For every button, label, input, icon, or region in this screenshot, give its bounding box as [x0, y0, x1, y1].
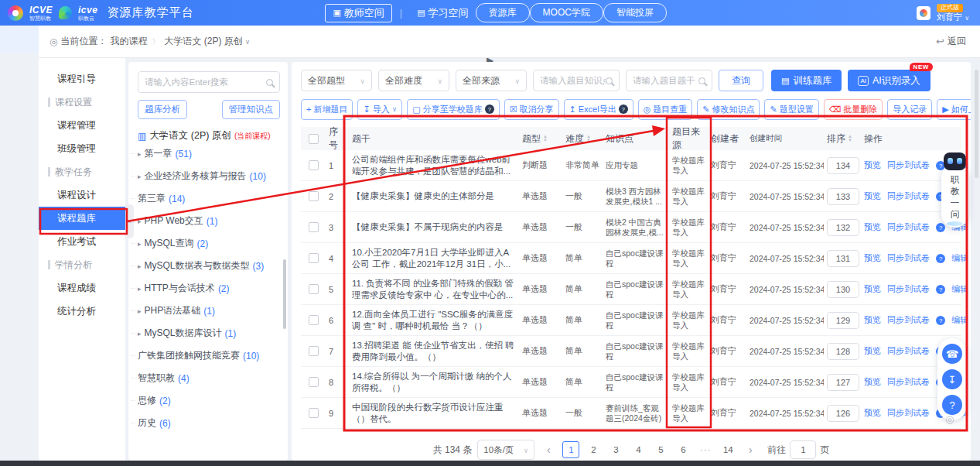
- toolbar-button[interactable]: ☒ 取消分享: [504, 99, 559, 120]
- row-checkbox[interactable]: [309, 408, 319, 418]
- tree-node[interactable]: 企业经济业务核算与报告 (10): [138, 165, 280, 187]
- preview-link[interactable]: 预览: [864, 191, 881, 200]
- header-pill-button[interactable]: 智能投屏: [603, 3, 667, 22]
- preview-link[interactable]: 预览: [864, 315, 881, 324]
- prev-page-button[interactable]: [540, 441, 557, 458]
- filter-select[interactable]: 全部来源: [456, 70, 527, 91]
- goto-page-input[interactable]: 1: [790, 440, 816, 459]
- sidebar-item-course-question-bank[interactable]: 课程题库: [39, 207, 125, 230]
- help-icon[interactable]: [619, 105, 628, 114]
- toolbar-button[interactable]: ✎ 修改知识点: [697, 99, 760, 120]
- sync-to-paper-link[interactable]: 同步到试卷: [887, 284, 930, 293]
- edit-link[interactable]: 编辑: [951, 253, 968, 262]
- page-number-button[interactable]: 4: [630, 441, 647, 458]
- sidebar-item-class-management[interactable]: 班级管理: [39, 137, 125, 160]
- sidebar-item-course-design[interactable]: 课程设计: [39, 183, 125, 207]
- float-tool-button[interactable]: ↧: [942, 369, 962, 389]
- sort-order-input[interactable]: 128: [827, 343, 859, 360]
- assistant-widget[interactable]: 职教一问: [941, 164, 968, 228]
- user-menu[interactable]: 刘育宁 ∨: [937, 12, 969, 22]
- row-checkbox[interactable]: [309, 315, 319, 325]
- sort-icon[interactable]: [848, 135, 852, 142]
- tree-node[interactable]: 第三章 (14): [138, 187, 280, 210]
- page-number-button[interactable]: 5: [652, 441, 669, 458]
- sidebar-item-course-grades[interactable]: 课程成绩: [39, 276, 125, 300]
- preview-link[interactable]: 预览: [864, 284, 881, 293]
- sort-order-input[interactable]: 133: [827, 188, 859, 205]
- manage-knowledge-button[interactable]: 管理知识点: [222, 100, 281, 119]
- ai-recognition-button[interactable]: AI AI识别录入 NEW: [848, 70, 930, 91]
- float-tool-button[interactable]: ☎: [942, 344, 962, 364]
- header-pill-button[interactable]: 资源库: [476, 3, 530, 22]
- sort-icon[interactable]: [586, 135, 591, 142]
- expand-arrow-icon[interactable]: [138, 218, 142, 225]
- row-checkbox[interactable]: [309, 191, 319, 201]
- tree-node[interactable]: 历史 (6): [138, 412, 280, 434]
- row-checkbox[interactable]: [309, 377, 319, 387]
- sort-order-input[interactable]: 131: [827, 250, 859, 267]
- expand-arrow-icon[interactable]: [138, 330, 142, 338]
- page-number-button[interactable]: 6: [674, 441, 691, 458]
- filter-input-field[interactable]: [540, 76, 606, 85]
- preview-link[interactable]: 预览: [864, 222, 881, 231]
- toolbar-button[interactable]: ◎ 题目查重: [638, 99, 693, 120]
- page-number-button[interactable]: ···: [697, 441, 714, 458]
- sync-to-paper-link[interactable]: 同步到试卷: [887, 346, 930, 355]
- select-all-checkbox[interactable]: [309, 134, 319, 144]
- page-number-button[interactable]: 1: [562, 441, 579, 458]
- tree-node[interactable]: 思修 (2): [138, 389, 280, 412]
- tree-root-course[interactable]: ▥ 大学语文 (2P) 原创 (当前课程): [138, 129, 280, 142]
- row-checkbox[interactable]: [309, 160, 319, 170]
- user-avatar[interactable]: [917, 6, 930, 20]
- next-page-button[interactable]: [742, 441, 759, 458]
- help-icon[interactable]: [936, 254, 945, 263]
- query-button[interactable]: 查询: [719, 70, 763, 91]
- expand-arrow-icon[interactable]: [138, 173, 142, 180]
- tree-node[interactable]: MySQL查询 (2): [138, 232, 280, 255]
- toolbar-button[interactable]: ⌫ 批量删除: [824, 99, 883, 120]
- help-icon[interactable]: [936, 223, 945, 232]
- expand-arrow-icon[interactable]: [138, 285, 142, 293]
- question-bank-analysis-button[interactable]: 题库分析: [138, 100, 187, 119]
- tab-teacher-space[interactable]: ▣教师空间: [325, 4, 391, 22]
- preview-link[interactable]: 预览: [864, 346, 881, 355]
- tree-scrollbar[interactable]: [283, 259, 286, 329]
- expand-arrow-icon[interactable]: [138, 150, 142, 158]
- tree-node[interactable]: 第一章 (51): [138, 142, 280, 165]
- preview-link[interactable]: 预览: [864, 408, 881, 417]
- sync-to-paper-link[interactable]: 同步到试卷: [887, 408, 930, 417]
- edit-link[interactable]: 编辑: [951, 284, 968, 293]
- page-scrollbar[interactable]: [975, 70, 978, 178]
- row-checkbox[interactable]: [309, 284, 319, 294]
- sort-order-input[interactable]: 132: [827, 219, 859, 236]
- sync-to-paper-link[interactable]: 同步到试卷: [887, 191, 930, 200]
- sync-to-paper-link[interactable]: 同步到试卷: [887, 253, 930, 262]
- tree-node[interactable]: 智慧职教 (4): [138, 367, 280, 389]
- float-tool-button[interactable]: ?: [942, 395, 962, 415]
- tree-search-input[interactable]: [145, 77, 266, 87]
- row-checkbox[interactable]: [309, 222, 319, 232]
- sidebar-item-statistics[interactable]: 统计分析: [39, 300, 125, 323]
- sync-to-paper-link[interactable]: 同步到试卷: [887, 222, 930, 231]
- page-number-button[interactable]: 2: [585, 441, 602, 458]
- collapse-float-icon[interactable]: ◎: [945, 413, 954, 425]
- sort-icon[interactable]: [543, 135, 548, 142]
- sync-to-paper-link[interactable]: 同步到试卷: [887, 160, 930, 170]
- breadcrumb-parent[interactable]: 我的课程: [110, 35, 147, 48]
- filter-input[interactable]: [533, 70, 620, 91]
- help-icon[interactable]: [936, 285, 945, 294]
- page-number-button[interactable]: 3: [607, 441, 624, 458]
- collapse-sidebar-handle[interactable]: «: [125, 204, 134, 238]
- sort-order-input[interactable]: 134: [827, 157, 859, 174]
- expand-arrow-icon[interactable]: [138, 240, 142, 248]
- sidebar-item-course-management[interactable]: 课程管理: [39, 114, 125, 137]
- toolbar-button[interactable]: ↥ Excel导出: [564, 99, 633, 120]
- tree-node[interactable]: MySQL数据库设计 (1): [138, 322, 280, 344]
- sort-order-input[interactable]: 127: [827, 374, 859, 391]
- toolbar-button[interactable]: ▢ 分享至学校题库: [407, 99, 499, 120]
- filter-select[interactable]: 全部难度: [378, 70, 449, 91]
- help-icon[interactable]: [936, 316, 945, 325]
- filter-input-field[interactable]: [633, 76, 698, 85]
- tab-learning-space[interactable]: ▤学习空间: [410, 5, 475, 22]
- row-checkbox[interactable]: [309, 253, 319, 263]
